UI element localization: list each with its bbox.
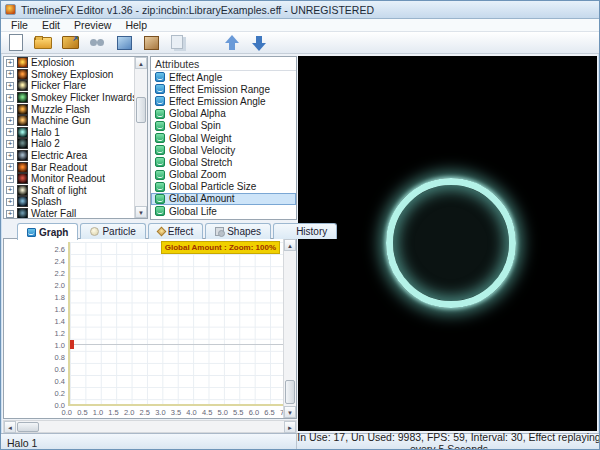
library-item[interactable]: + Halo 1 <box>4 127 134 139</box>
expand-icon[interactable]: + <box>6 175 14 183</box>
library-item[interactable]: + Machine Gun <box>4 115 134 127</box>
paste-box-icon[interactable] <box>141 34 161 52</box>
attribute-name: Global Weight <box>169 133 232 144</box>
attribute-item[interactable]: Global Particle Size <box>151 181 296 193</box>
attribute-item[interactable]: Effect Emission Range <box>151 83 296 95</box>
library-item[interactable]: + Explosion <box>4 57 134 69</box>
attribute-name: Global Velocity <box>169 145 235 156</box>
duplicate-icon[interactable] <box>168 34 188 52</box>
menu-item[interactable]: File <box>4 19 35 31</box>
attribute-item[interactable]: Effect Emission Angle <box>151 95 296 107</box>
expand-icon[interactable]: + <box>6 94 14 102</box>
expand-icon[interactable]: + <box>6 117 14 125</box>
effect-name: Muzzle Flash <box>31 104 90 115</box>
tab[interactable]: Particle <box>80 223 145 239</box>
attribute-item[interactable]: Global Zoom <box>151 169 296 181</box>
attribute-item[interactable]: Global Stretch <box>151 156 296 168</box>
menu-item[interactable]: Help <box>118 19 154 31</box>
copy-box-icon[interactable] <box>114 34 134 52</box>
x-tick: 3.0 <box>153 408 169 417</box>
expand-icon[interactable]: + <box>6 210 14 218</box>
expand-icon[interactable]: + <box>6 105 14 113</box>
x-tick: 5.0 <box>215 408 231 417</box>
effect-name: Halo 2 <box>31 138 60 149</box>
library-item[interactable]: + Smokey Explosion <box>4 69 134 81</box>
tab[interactable]: Effect <box>148 223 203 239</box>
scrollbar-thumb[interactable] <box>136 97 146 123</box>
library-item[interactable]: + Water Fall <box>4 208 134 219</box>
attribute-graph-icon <box>155 121 165 131</box>
graph-vertical-scrollbar[interactable]: ▲ ▼ <box>283 239 296 418</box>
scroll-down-icon[interactable]: ▼ <box>284 406 296 418</box>
import-library-icon[interactable] <box>60 34 80 52</box>
library-item[interactable]: + Monitor Readout <box>4 173 134 185</box>
expand-icon[interactable]: + <box>6 59 14 67</box>
library-item[interactable]: + Halo 2 <box>4 138 134 150</box>
attribute-item[interactable]: Global Weight <box>151 132 296 144</box>
menu-bar: FileEditPreviewHelp <box>1 19 600 32</box>
scroll-down-icon[interactable]: ▼ <box>135 206 147 218</box>
move-down-icon[interactable] <box>249 34 269 52</box>
x-tick: 3.5 <box>168 408 184 417</box>
library-item[interactable]: + Smokey Flicker Inwards 2 <box>4 92 134 104</box>
scrollbar-thumb[interactable] <box>285 380 295 404</box>
expand-icon[interactable]: + <box>6 128 14 136</box>
attribute-graph-icon <box>155 96 165 106</box>
expand-icon[interactable]: + <box>6 82 14 90</box>
library-item[interactable]: + Electric Area <box>4 150 134 162</box>
tab[interactable]: History <box>273 223 337 239</box>
x-tick: 4.0 <box>184 408 200 417</box>
graph-point[interactable] <box>70 340 74 349</box>
expand-icon[interactable]: + <box>6 70 14 78</box>
menu-item[interactable]: Preview <box>67 19 118 31</box>
effects-library-tree: + Explosion + Smokey Explosion + Flicker… <box>3 56 148 219</box>
effect-thumbnail <box>17 185 28 196</box>
scroll-up-icon[interactable]: ▲ <box>135 57 147 69</box>
expand-icon[interactable]: + <box>6 198 14 206</box>
find-icon[interactable] <box>87 34 107 52</box>
tab[interactable]: Shapes <box>205 223 271 239</box>
library-item[interactable]: + Shaft of light <box>4 185 134 197</box>
graph-horizontal-scrollbar[interactable]: ◄ ► <box>3 420 297 433</box>
scrollbar-thumb[interactable] <box>17 422 39 432</box>
library-item[interactable]: + Splash <box>4 196 134 208</box>
attribute-name: Global Spin <box>169 120 221 131</box>
tab-label: Graph <box>39 227 68 238</box>
delete-icon[interactable] <box>195 34 215 52</box>
window-title: TimelineFX Editor v1.36 - zip:incbin:Lib… <box>21 4 374 16</box>
expand-icon[interactable]: + <box>6 152 14 160</box>
attribute-item[interactable]: Global Life <box>151 205 296 217</box>
expand-icon[interactable]: + <box>6 186 14 194</box>
attribute-item[interactable]: Global Alpha <box>151 108 296 120</box>
graph-plot-area[interactable] <box>68 242 286 406</box>
scroll-up-icon[interactable]: ▲ <box>284 239 296 251</box>
open-library-icon[interactable] <box>33 34 53 52</box>
expand-icon[interactable]: + <box>6 163 14 171</box>
status-stats: In Use: 17, Un Used: 9983, FPS: 59, Inte… <box>297 431 600 450</box>
effect-tab-icon <box>156 227 166 237</box>
x-axis-labels: 0.00.51.01.52.02.53.03.54.04.55.05.56.06… <box>59 408 293 417</box>
effect-thumbnail <box>17 138 28 149</box>
effect-thumbnail <box>17 57 28 68</box>
effect-preview[interactable] <box>298 56 597 431</box>
tab[interactable]: Graph <box>17 223 78 240</box>
library-item[interactable]: + Muzzle Flash <box>4 103 134 115</box>
attribute-item[interactable]: Global Amount <box>151 193 296 205</box>
x-tick: 0.5 <box>75 408 91 417</box>
x-tick: 1.0 <box>90 408 106 417</box>
menu-item[interactable]: Edit <box>35 19 67 31</box>
library-item[interactable]: + Flicker Flare <box>4 80 134 92</box>
effect-name: Shaft of light <box>31 185 87 196</box>
attributes-panel: Attributes Effect Angle Effect Emission … <box>150 56 297 220</box>
attribute-item[interactable]: Global Velocity <box>151 144 296 156</box>
library-item[interactable]: + Bar Readout <box>4 161 134 173</box>
attribute-item[interactable]: Global Spin <box>151 120 296 132</box>
effect-name: Smokey Flicker Inwards 2 <box>31 92 145 103</box>
attribute-item[interactable]: Effect Angle <box>151 71 296 83</box>
new-effect-icon[interactable] <box>6 34 26 52</box>
tree-scrollbar[interactable]: ▲ ▼ <box>134 57 147 218</box>
expand-icon[interactable]: + <box>6 140 14 148</box>
scroll-right-icon[interactable]: ► <box>284 421 296 433</box>
scroll-left-icon[interactable]: ◄ <box>4 421 16 433</box>
move-up-icon[interactable] <box>222 34 242 52</box>
